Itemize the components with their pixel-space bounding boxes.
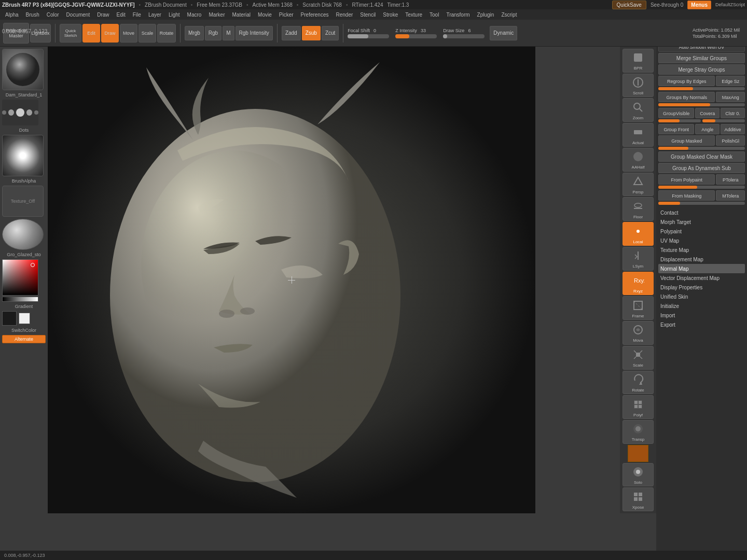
clstr-slider[interactable] (702, 119, 745, 122)
menu-item-unified-skin[interactable]: Unified Skin (658, 292, 745, 301)
menu-item-display-properties[interactable]: Display Properties (658, 283, 745, 292)
menu-item-stencil[interactable]: Stencil (357, 11, 379, 18)
m-button[interactable]: M (223, 26, 234, 40)
mrgb-button[interactable]: Mrgb (185, 26, 204, 40)
aahalf-button[interactable]: AAHalf (622, 148, 654, 172)
menu-item-layer[interactable]: Layer (145, 11, 164, 18)
dynamic-button[interactable]: Dynamic (490, 26, 517, 40)
menu-item-import[interactable]: Import (658, 311, 745, 320)
group-as-dynamesh-button[interactable]: Group As Dynamesh Sub (658, 163, 745, 173)
actual-button[interactable]: Actual (622, 123, 654, 147)
menu-item-transform[interactable]: Transform (443, 11, 473, 18)
ptolera-button[interactable]: PTolera (716, 174, 745, 185)
menu-item-stroke[interactable]: Stroke (380, 11, 401, 18)
menu-item-picker[interactable]: Picker (276, 11, 297, 18)
menu-item-normal-map[interactable]: Normal Map (658, 264, 745, 273)
ptolera-slider[interactable] (658, 186, 745, 189)
mova-button[interactable]: Mova (622, 321, 654, 345)
zadd-button[interactable]: Zadd (282, 26, 301, 40)
edit-button[interactable]: Edit (82, 24, 100, 43)
mtolera-button[interactable]: MTolera (716, 190, 745, 201)
polish-gl-button[interactable]: PolishGl (716, 135, 745, 146)
group-masked-button[interactable]: Group Masked (658, 135, 715, 146)
rgb-button[interactable]: Rgb (205, 26, 222, 40)
focal-shift-slider[interactable] (348, 34, 389, 38)
mtolera-slider[interactable] (658, 202, 745, 205)
scroll-button[interactable]: Scroll (622, 74, 654, 97)
menu-item-render[interactable]: Render (333, 11, 356, 18)
menu-item-zscript[interactable]: Zscript (498, 11, 520, 18)
local-button[interactable]: Local (622, 222, 654, 246)
zsub-button[interactable]: Zsub (302, 26, 321, 40)
menu-item-alpha[interactable]: Alpha (2, 11, 22, 18)
draw-button[interactable]: Draw (101, 24, 119, 43)
menu-item-macro[interactable]: Macro (184, 11, 205, 18)
brush-preview[interactable] (2, 49, 44, 90)
menu-item-texture[interactable]: Texture (402, 11, 425, 18)
covera-slider[interactable] (658, 119, 701, 122)
menu-item-material[interactable]: Material (229, 11, 254, 18)
z-intensity-slider[interactable] (395, 34, 437, 38)
dynamo-swatch[interactable] (628, 445, 648, 462)
menu-item-zplugin[interactable]: Zplugin (474, 11, 497, 18)
background-color[interactable] (19, 313, 30, 324)
rgb-intensity-button[interactable]: Rgb Intensity (236, 26, 273, 40)
menu-item-movie[interactable]: Movie (255, 11, 275, 18)
menu-item-export[interactable]: Export (658, 320, 745, 329)
menu-item-preferences[interactable]: Preferences (298, 11, 332, 18)
group-visible-button[interactable]: GroupVisible (658, 108, 694, 118)
quick-sketch-button[interactable]: Quick Sketch (60, 24, 81, 43)
xpose-button[interactable]: Xpose (622, 487, 654, 511)
zoom-button[interactable]: Zoom (622, 98, 654, 122)
zcut-button[interactable]: Zcut (322, 26, 339, 40)
draw-size-slider[interactable] (443, 34, 485, 38)
see-through-control[interactable]: See-through 0 (651, 2, 683, 8)
edge-sz-slider[interactable] (658, 87, 745, 90)
texture-preview[interactable]: Texture_Off (2, 186, 44, 217)
max-ang-button[interactable]: MaxAng (716, 92, 745, 102)
additive-button[interactable]: Additive (721, 124, 745, 134)
angle-button[interactable]: Angle (695, 124, 720, 134)
polish-slider[interactable] (658, 147, 745, 150)
scale-strip-button[interactable]: Scale (622, 346, 654, 370)
material-preview[interactable] (2, 219, 44, 250)
menu-item-light[interactable]: Light (165, 11, 183, 18)
brush-alpha-preview[interactable] (2, 135, 44, 176)
menu-item-document[interactable]: Document (63, 11, 93, 18)
from-polypaint-button[interactable]: From Polypaint (658, 174, 715, 185)
menu-item-morph-target[interactable]: Morph Target (658, 217, 745, 227)
merge-similar-button[interactable]: Merge Similar Groups (658, 53, 745, 63)
move-button[interactable]: Move (120, 24, 137, 43)
rotate-button[interactable]: Rotate (157, 24, 176, 43)
gradient-bar[interactable] (2, 297, 38, 302)
menu-item-edit[interactable]: Edit (114, 11, 129, 18)
scale-button[interactable]: Scale (139, 24, 156, 43)
group-masked-clear-button[interactable]: Group Masked Clear Mask (658, 151, 745, 162)
persp-button[interactable]: Persp (622, 173, 654, 197)
from-masking-button[interactable]: From Masking (658, 190, 715, 201)
polyf-button[interactable]: Polyf (622, 395, 654, 419)
menu-item-file[interactable]: File (130, 11, 144, 18)
menu-item-color[interactable]: Color (44, 11, 62, 18)
alternate-button[interactable]: Alternate (2, 335, 46, 343)
dots-brush-preview[interactable] (2, 100, 38, 125)
menu-item-vector-displacement-map[interactable]: Vector Displacement Map (658, 273, 745, 283)
regroup-by-edges-button[interactable]: Regroup By Edges (658, 76, 715, 86)
menu-item-tool[interactable]: Tool (426, 11, 442, 18)
bpr-button[interactable]: BPR (622, 49, 654, 73)
max-ang-slider[interactable] (658, 103, 745, 106)
merge-stray-button[interactable]: Merge Stray Groups (658, 64, 745, 75)
menu-item-contact[interactable]: Contact (658, 208, 745, 217)
main-canvas[interactable] (48, 47, 535, 513)
rotate-strip-button[interactable]: Rotate (622, 371, 654, 395)
menu-item-texture-map[interactable]: Texture Map (658, 245, 745, 255)
menu-item-draw[interactable]: Draw (94, 11, 112, 18)
rxyz-button[interactable]: Rxyz Rxyz (622, 272, 654, 296)
lsym-button[interactable]: LSym (622, 247, 654, 271)
quicksave-button[interactable]: QuickSave (612, 1, 646, 9)
menu-item-initialize[interactable]: Initialize (658, 301, 745, 311)
transp-button[interactable]: Transp (622, 420, 654, 444)
solo-button[interactable]: Solo (622, 463, 654, 487)
menu-item-brush[interactable]: Brush (23, 11, 43, 18)
clstr-button[interactable]: Clstr 0. (721, 108, 745, 118)
